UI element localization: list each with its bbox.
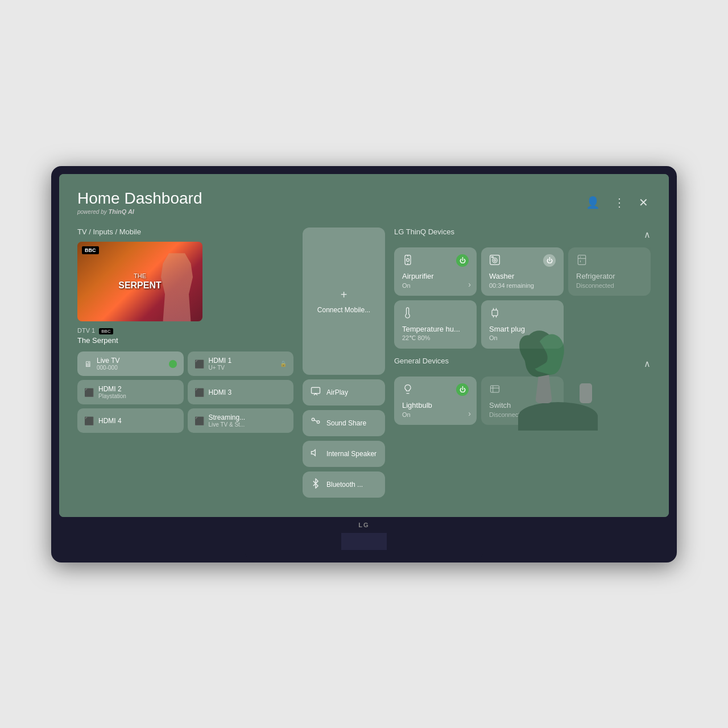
lightbulb-header: ⏻ [402, 383, 469, 398]
internal-speaker-card[interactable]: Internal Speaker [303, 441, 385, 467]
airplay-icon [311, 386, 321, 399]
input-streaming-text: Streaming... Live TV & St... [209, 413, 246, 428]
main-content: TV / Inputs / Mobile BBC THE SERPENT [77, 228, 651, 498]
smartplug-name: Smart plug [489, 325, 556, 334]
lightbulb-power-btn[interactable]: ⏻ [456, 383, 469, 396]
refrigerator-card[interactable]: Refrigerator Disconnected [568, 247, 651, 296]
switch-icon [489, 383, 500, 398]
input-hdmi3-name: HDMI 3 [209, 388, 232, 396]
washer-header: ⏻ [489, 254, 556, 268]
streaming-icon: ⬛ [195, 416, 204, 425]
tv-stand [59, 533, 669, 562]
general-device-grid: ⏻ Lightbulb On › [394, 377, 651, 425]
input-hdmi3[interactable]: ⬛ HDMI 3 [188, 380, 294, 404]
input-hdmi1-text: HDMI 1 U+ TV [209, 357, 232, 371]
user-icon-button[interactable]: 👤 [584, 193, 602, 212]
hdmi2-icon: ⬛ [84, 388, 94, 397]
more-options-button[interactable]: ⋮ [611, 193, 627, 212]
close-button[interactable]: ✕ [636, 193, 651, 212]
svg-rect-17 [492, 310, 498, 316]
lightbulb-status: On [402, 411, 469, 418]
dashboard-header: Home Dashboard powered by ThinQ AI 👤 ⋮ ✕ [77, 190, 651, 216]
bbc-logo: BBC [82, 246, 99, 254]
general-section-label: General Devices [394, 357, 449, 365]
refrigerator-name: Refrigerator [576, 272, 643, 281]
smartplug-card[interactable]: Smart plug On [481, 300, 564, 349]
sound-share-label: Sound Share [326, 419, 366, 427]
thinq-collapse-button[interactable]: ∧ [644, 229, 651, 240]
temperature-status: 22℃ 80% [402, 334, 469, 342]
input-grid: 🖥 Live TV 000-000 ⬛ HDMI 1 U+ TV [77, 351, 293, 433]
brand-name: ThinQ AI [108, 208, 134, 215]
powered-by-text: powered by [77, 209, 107, 215]
airpurifier-status: On [402, 282, 469, 289]
input-hdmi4-text: HDMI 4 [98, 417, 122, 425]
tv-frame: Home Dashboard powered by ThinQ AI 👤 ⋮ ✕… [51, 166, 677, 562]
input-hdmi2[interactable]: ⬛ HDMI 2 Playstation [77, 380, 184, 404]
left-panel: TV / Inputs / Mobile BBC THE SERPENT [77, 228, 293, 498]
silhouette-decoration [157, 253, 197, 321]
airplay-card[interactable]: AirPlay [303, 379, 385, 406]
washer-name: Washer [489, 272, 556, 281]
airpurifier-power-btn[interactable]: ⏻ [456, 254, 469, 267]
airpurifier-arrow: › [468, 280, 471, 289]
dashboard: Home Dashboard powered by ThinQ AI 👤 ⋮ ✕… [59, 174, 669, 517]
input-live-tv[interactable]: 🖥 Live TV 000-000 [77, 351, 184, 376]
thinq-section-header: LG ThinQ Devices ∧ [394, 228, 651, 242]
sound-share-card[interactable]: Sound Share [303, 410, 385, 436]
input-streaming[interactable]: ⬛ Streaming... Live TV & St... [188, 408, 294, 433]
header-title-block: Home Dashboard powered by ThinQ AI [77, 190, 202, 216]
smartplug-header [489, 307, 556, 321]
temperature-card[interactable]: Temperature hu... 22℃ 80% [394, 300, 477, 349]
bluetooth-card[interactable]: Bluetooth ... [303, 471, 385, 498]
show-title: THE SERPENT [118, 272, 162, 291]
monitor-icon: 🖥 [84, 359, 92, 369]
tv-bezel-bottom: LG [59, 517, 669, 533]
lightbulb-card[interactable]: ⏻ Lightbulb On › [394, 377, 477, 425]
header-subtitle: powered by ThinQ AI [77, 208, 202, 215]
thinq-section-label: LG ThinQ Devices [394, 228, 454, 236]
input-hdmi4-name: HDMI 4 [98, 417, 122, 425]
washer-icon [489, 254, 500, 268]
hdmi3-icon: ⬛ [195, 388, 204, 397]
airpurifier-name: Airpurifier [402, 272, 469, 281]
svg-rect-12 [491, 257, 493, 258]
smartplug-status: On [489, 334, 556, 341]
thinq-devices-section: LG ThinQ Devices ∧ [394, 228, 651, 349]
input-hdmi1[interactable]: ⬛ HDMI 1 U+ TV 🔒 [188, 351, 294, 376]
washer-card[interactable]: ⏻ Washer 00:34 remaining [481, 247, 564, 296]
thinq-device-grid: ⏻ Airpurifier On › [394, 247, 651, 349]
svg-point-6 [407, 259, 410, 262]
internal-speaker-icon [311, 448, 321, 460]
refrigerator-header [576, 254, 643, 268]
svg-point-11 [494, 259, 495, 261]
temperature-name: Temperature hu... [402, 325, 469, 334]
airpurifier-header: ⏻ [402, 254, 469, 268]
input-live-tv-text: Live TV 000-000 [97, 357, 119, 371]
channel-name-badge: BBC [99, 328, 113, 334]
svg-point-1 [312, 419, 315, 421]
temperature-header [402, 307, 469, 321]
tv-section-label: TV / Inputs / Mobile [77, 228, 293, 236]
input-streaming-name: Streaming... [209, 413, 246, 421]
connect-mobile-card[interactable]: + Connect Mobile... [303, 228, 385, 375]
page-title: Home Dashboard [77, 190, 202, 208]
middle-panel: + Connect Mobile... AirPlay [303, 228, 385, 498]
switch-card[interactable]: Switch Disconnected [481, 377, 564, 425]
sound-share-icon [311, 417, 321, 429]
washer-power-btn[interactable]: ⏻ [543, 254, 556, 267]
input-hdmi2-text: HDMI 2 Playstation [98, 385, 126, 399]
header-icons: 👤 ⋮ ✕ [584, 193, 651, 212]
connect-mobile-label: Connect Mobile... [317, 306, 370, 314]
airpurifier-card[interactable]: ⏻ Airpurifier On › [394, 247, 477, 296]
general-collapse-button[interactable]: ∧ [644, 358, 651, 369]
lightbulb-name: Lightbulb [402, 401, 469, 410]
input-hdmi4[interactable]: ⬛ HDMI 4 [77, 408, 184, 433]
switch-header [489, 383, 556, 398]
svg-rect-22 [491, 386, 499, 393]
hdmi1-icon: ⬛ [195, 359, 204, 369]
svg-line-3 [314, 420, 317, 421]
hdmi4-icon: ⬛ [84, 416, 94, 425]
lightbulb-arrow: › [468, 409, 471, 418]
tv-preview[interactable]: BBC THE SERPENT [77, 242, 202, 321]
